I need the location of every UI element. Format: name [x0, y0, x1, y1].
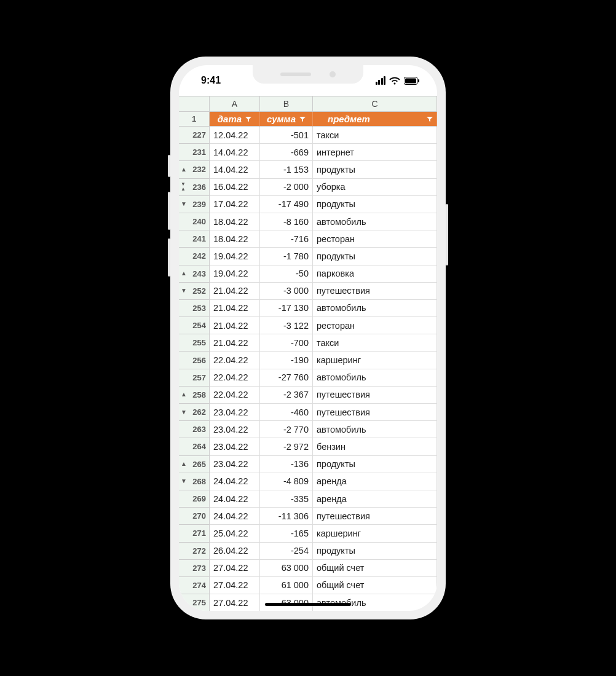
column-header-b[interactable]: B: [260, 96, 313, 112]
group-toggle-icon[interactable]: [181, 182, 186, 192]
table-row[interactable]: 26223.04.22-460путешествия: [179, 404, 437, 421]
cell-date[interactable]: 21.04.22: [210, 317, 260, 334]
row-number[interactable]: 258: [179, 387, 210, 404]
table-row[interactable]: 27226.04.22-254продукты: [179, 543, 437, 560]
filter-icon[interactable]: [245, 116, 251, 122]
row-number[interactable]: 227: [179, 127, 210, 144]
group-expand-icon[interactable]: [181, 478, 187, 484]
cell-date[interactable]: 21.04.22: [210, 300, 260, 317]
row-number[interactable]: 236: [179, 179, 210, 196]
row-number[interactable]: 232: [179, 161, 210, 178]
cell-date[interactable]: 23.04.22: [210, 438, 260, 455]
table-row[interactable]: 26824.04.22-4 809аренда: [179, 473, 437, 490]
header-cell-sum[interactable]: сумма: [260, 112, 313, 127]
filter-icon[interactable]: [427, 116, 433, 122]
row-number[interactable]: 271: [179, 525, 210, 542]
cell-sum[interactable]: -2 770: [260, 421, 313, 438]
row-number[interactable]: 263: [179, 421, 210, 438]
row-number[interactable]: 255: [179, 334, 210, 352]
cell-sum[interactable]: -335: [260, 490, 313, 508]
row-number[interactable]: 257: [179, 369, 210, 387]
spreadsheet[interactable]: A B C 1 дата сумма: [179, 96, 437, 611]
cell-subject[interactable]: общий счет: [313, 577, 437, 594]
cell-sum[interactable]: -2 972: [260, 438, 313, 455]
table-row[interactable]: 25622.04.22-190каршеринг: [179, 352, 437, 369]
table-row[interactable]: 27125.04.22-165каршеринг: [179, 525, 437, 542]
table-row[interactable]: 23114.04.22-669интернет: [179, 144, 437, 161]
home-indicator[interactable]: [265, 603, 351, 606]
cell-sum[interactable]: -165: [260, 525, 313, 542]
table-row[interactable]: 25421.04.22-3 122ресторан: [179, 317, 437, 334]
row-number[interactable]: 243: [179, 265, 210, 283]
cell-date[interactable]: 18.04.22: [210, 230, 260, 248]
cell-subject[interactable]: путешествия: [313, 387, 437, 404]
cell-subject[interactable]: путешествия: [313, 283, 437, 300]
cell-sum[interactable]: -17 490: [260, 196, 313, 213]
cell-subject[interactable]: путешествия: [313, 404, 437, 421]
cell-date[interactable]: 14.04.22: [210, 144, 260, 161]
cell-sum[interactable]: -254: [260, 543, 313, 560]
cell-date[interactable]: 25.04.22: [210, 525, 260, 542]
cell-subject[interactable]: парковка: [313, 265, 437, 283]
cell-date[interactable]: 18.04.22: [210, 213, 260, 230]
cell-sum[interactable]: -8 160: [260, 213, 313, 230]
table-row[interactable]: 22712.04.22-501такси: [179, 127, 437, 144]
cell-date[interactable]: 12.04.22: [210, 127, 260, 144]
row-number[interactable]: 269: [179, 490, 210, 508]
cell-sum[interactable]: -50: [260, 265, 313, 283]
select-all-corner[interactable]: [179, 96, 210, 112]
row-number[interactable]: 272: [179, 543, 210, 560]
cell-date[interactable]: 19.04.22: [210, 265, 260, 283]
cell-sum[interactable]: -3 122: [260, 317, 313, 334]
cell-subject[interactable]: каршеринг: [313, 352, 437, 369]
cell-date[interactable]: 24.04.22: [210, 490, 260, 508]
cell-subject[interactable]: бензин: [313, 438, 437, 455]
cell-sum[interactable]: -17 130: [260, 300, 313, 317]
cell-subject[interactable]: автомобиль: [313, 369, 437, 387]
group-expand-icon[interactable]: [181, 288, 187, 294]
row-number[interactable]: 256: [179, 352, 210, 369]
row-number[interactable]: 270: [179, 508, 210, 525]
cell-sum[interactable]: -2 000: [260, 179, 313, 196]
filter-icon[interactable]: [299, 116, 306, 122]
table-row[interactable]: 27024.04.22-11 306путешествия: [179, 508, 437, 525]
cell-sum[interactable]: -3 000: [260, 283, 313, 300]
table-row[interactable]: 25221.04.22-3 000путешествия: [179, 283, 437, 300]
cell-date[interactable]: 17.04.22: [210, 196, 260, 213]
cell-subject[interactable]: продукты: [313, 543, 437, 560]
table-row[interactable]: 25521.04.22-700такси: [179, 334, 437, 352]
cell-sum[interactable]: 63 000: [260, 560, 313, 577]
cell-sum[interactable]: -501: [260, 127, 313, 144]
cell-subject[interactable]: ресторан: [313, 317, 437, 334]
cell-sum[interactable]: -4 809: [260, 473, 313, 490]
row-number[interactable]: 240: [179, 213, 210, 230]
row-number[interactable]: 274: [179, 577, 210, 594]
header-cell-subject[interactable]: предмет: [313, 112, 437, 127]
table-row[interactable]: 25321.04.22-17 130автомобиль: [179, 300, 437, 317]
cell-sum[interactable]: -669: [260, 144, 313, 161]
cell-subject[interactable]: такси: [313, 334, 437, 352]
cell-date[interactable]: 14.04.22: [210, 161, 260, 178]
row-number[interactable]: 273: [179, 560, 210, 577]
cell-subject[interactable]: уборка: [313, 179, 437, 196]
cell-sum[interactable]: -716: [260, 230, 313, 248]
cell-date[interactable]: 16.04.22: [210, 179, 260, 196]
cell-subject[interactable]: продукты: [313, 196, 437, 213]
column-header-c[interactable]: C: [313, 96, 437, 112]
group-collapse-icon[interactable]: [181, 270, 187, 277]
row-number[interactable]: 253: [179, 300, 210, 317]
cell-date[interactable]: 24.04.22: [210, 473, 260, 490]
table-row[interactable]: 23917.04.22-17 490продукты: [179, 196, 437, 213]
row-number[interactable]: 262: [179, 404, 210, 421]
row-number[interactable]: 268: [179, 473, 210, 490]
table-row[interactable]: 25822.04.22-2 367путешествия: [179, 387, 437, 404]
cell-date[interactable]: 19.04.22: [210, 248, 260, 265]
cell-sum[interactable]: -2 367: [260, 387, 313, 404]
cell-sum[interactable]: -27 760: [260, 369, 313, 387]
row-number[interactable]: 239: [179, 196, 210, 213]
cell-sum[interactable]: -11 306: [260, 508, 313, 525]
cell-subject[interactable]: путешествия: [313, 508, 437, 525]
table-row[interactable]: 24319.04.22-50парковка: [179, 265, 437, 283]
table-row[interactable]: 26924.04.22-335аренда: [179, 490, 437, 508]
group-collapse-icon[interactable]: [181, 391, 187, 398]
